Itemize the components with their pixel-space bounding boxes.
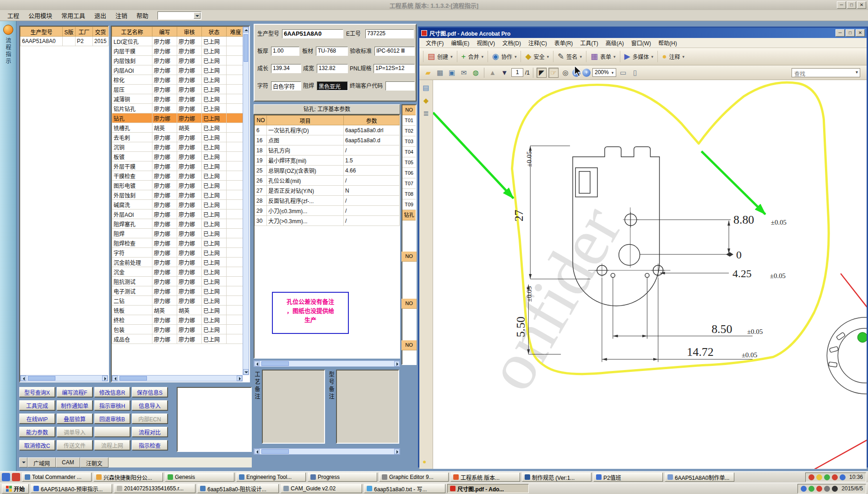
column-header[interactable]: 工艺名称 — [112, 27, 152, 37]
menu-item[interactable]: 窗口(W) — [628, 38, 655, 48]
scroll-right-icon[interactable] — [102, 376, 108, 381]
action-button[interactable] — [94, 427, 130, 437]
bottom-tab[interactable]: CAM — [56, 457, 80, 467]
column-header[interactable]: 编写 — [152, 27, 177, 37]
toolbar-button[interactable]: ▦ 表单 — [586, 51, 620, 62]
menu-item[interactable]: 文档(D) — [499, 38, 525, 48]
menu-combobox[interactable] — [157, 11, 201, 20]
action-button[interactable]: 信息导入 — [132, 400, 168, 410]
previous-page-icon[interactable]: ▲ — [488, 68, 498, 78]
process-row[interactable]: 阻焊检查廖力娜廖力娜已上网 — [112, 238, 245, 248]
pnl-field[interactable]: 1P=12S=12 — [374, 64, 415, 73]
pages-panel-icon[interactable]: ▤ — [423, 84, 429, 92]
scroll-left-icon[interactable] — [254, 449, 260, 454]
column-header[interactable]: 审核 — [177, 27, 202, 37]
toolbar-button[interactable]: ✎ 签名 — [553, 51, 586, 62]
taskbar-button[interactable]: 工程系统 版本... — [450, 473, 520, 482]
tray-icon[interactable] — [824, 474, 830, 480]
email-icon[interactable]: ✉ — [459, 68, 469, 78]
horizontal-scrollbar[interactable] — [254, 360, 400, 367]
client-code-field[interactable] — [385, 81, 415, 91]
quick-launch-icon[interactable] — [2, 473, 10, 481]
process-row[interactable]: 外层干膜廖力娜廖力娜已上网 — [112, 161, 245, 171]
open-file-icon[interactable]: ▰ — [423, 68, 433, 78]
column-header[interactable]: S版 — [63, 27, 76, 37]
action-button[interactable]: 内部ECN — [132, 413, 168, 424]
taskbar-button[interactable]: 制作规范 (Ver:1... — [522, 473, 591, 482]
save-icon[interactable]: ▣ — [447, 68, 457, 78]
toolbar-button[interactable]: + 合并 — [457, 51, 488, 62]
process-row[interactable]: 碱腐洗廖力娜廖力娜已上网 — [112, 200, 245, 209]
taskbar-button[interactable]: 20140725133541655.r... — [114, 484, 195, 493]
process-row[interactable]: 字符廖力娜廖力娜已上网 — [112, 248, 245, 258]
scroll-left-icon[interactable] — [254, 361, 260, 366]
action-button[interactable]: 调单导入 — [57, 427, 92, 437]
print-icon[interactable]: ▦ — [435, 68, 445, 78]
action-button[interactable]: 编写流程F — [57, 387, 92, 397]
process-row[interactable]: 成品仓廖力娜廖力娜已上网 — [112, 334, 245, 344]
menu-item[interactable]: 常用工具 — [57, 10, 90, 21]
close-icon[interactable]: ✕ — [856, 29, 865, 37]
tray-icon[interactable] — [816, 474, 822, 480]
action-button[interactable]: 型号查询X — [19, 387, 55, 397]
process-row[interactable]: 沉金廖力娜廖力娜已上网 — [112, 267, 245, 277]
process-row[interactable]: 阻焊塞孔廖力娜廖力娜已上网 — [112, 219, 245, 229]
toolbar-button[interactable]: ◉ 协作 — [488, 51, 521, 62]
process-row[interactable]: 终检廖力娜廖力娜已上网 — [112, 315, 245, 325]
tool-cell[interactable]: T01 — [402, 115, 416, 126]
horizontal-scrollbar[interactable] — [254, 448, 400, 455]
chevron-down-icon[interactable] — [194, 12, 201, 19]
process-row[interactable]: 内层AOI廖力娜廖力娜已上网 — [112, 65, 245, 75]
acrobat-titlebar[interactable]: 尺寸图.pdf - Adobe Acrobat Pro ─ □ ✕ — [419, 28, 867, 38]
column-header[interactable]: 生产型号 — [21, 27, 63, 37]
process-row[interactable]: 内层蚀刻廖力娜廖力娜已上网 — [112, 56, 245, 65]
menu-item[interactable]: 退出 — [90, 10, 111, 21]
process-row[interactable]: 阻抗测试廖力娜廖力娜已上网 — [112, 277, 245, 286]
fit-width-icon[interactable]: ▭ — [618, 68, 628, 78]
param-row[interactable]: 29小刀(≤0.3mm).../ — [255, 206, 400, 216]
model-remark-area[interactable] — [336, 370, 399, 444]
taskbar-button[interactable]: 6AAP51A8A0-预审指示... — [31, 484, 112, 493]
material-field[interactable]: TU-768 — [316, 47, 348, 56]
menu-item[interactable]: 工具(T) — [576, 38, 602, 48]
scroll-up-icon[interactable] — [243, 27, 249, 32]
scroll-right-icon[interactable] — [237, 376, 242, 381]
thickness-field[interactable]: 1.00 — [271, 47, 299, 56]
scroll-thumb[interactable] — [244, 34, 248, 62]
action-button[interactable]: 保存信息S — [132, 387, 168, 397]
menu-item[interactable]: 文件(F) — [422, 38, 447, 48]
process-row[interactable]: 阻焊廖力娜廖力娜已上网 — [112, 229, 245, 238]
tool-cell[interactable]: T02 — [402, 126, 416, 136]
process-row[interactable]: 包装廖力娜廖力娜已上网 — [112, 325, 245, 334]
param-row[interactable]: 26孔位公差(mil)/ — [255, 176, 400, 186]
param-row[interactable]: 16点图6aap51a8a0.d — [255, 135, 400, 145]
action-button[interactable]: 流程对比 — [132, 427, 168, 437]
tray-icon[interactable] — [808, 474, 814, 480]
menu-item[interactable]: 帮助(H) — [655, 38, 681, 48]
product-row[interactable]: 6AAP51A8A0P22015 — [21, 37, 108, 46]
menu-item[interactable]: 视图(V) — [473, 38, 499, 48]
scroll-left-icon[interactable] — [112, 376, 118, 381]
upload-icon[interactable]: ◍ — [471, 68, 481, 78]
scroll-down-icon[interactable] — [243, 369, 249, 375]
taskbar-button[interactable]: 6aap51a8a0.txt - 写... — [364, 484, 445, 493]
tool-cell[interactable]: 钻孔 — [402, 210, 416, 220]
process-row[interactable]: 图形电镀廖力娜廖力娜已上网 — [112, 181, 245, 190]
horizontal-scrollbar[interactable] — [112, 375, 243, 381]
param-row[interactable]: 28反面钻孔程序(zf-.../ — [255, 196, 400, 206]
column-header[interactable]: 难度 — [227, 27, 245, 37]
process-row[interactable]: 去毛刺廖力娜廖力娜已上网 — [112, 133, 245, 142]
param-row[interactable]: 27是否正反对钻(Y/N)N — [255, 186, 400, 196]
close-icon[interactable]: ✕ — [857, 1, 866, 9]
action-button[interactable]: 传送文件 — [57, 440, 92, 450]
tool-cell[interactable]: T04 — [402, 147, 416, 157]
soldermask-field[interactable]: 黑色亚光 — [317, 81, 348, 91]
taskbar-button[interactable]: Genesis — [165, 473, 234, 482]
process-row[interactable]: 外层AOI廖力娜廖力娜已上网 — [112, 209, 245, 219]
taskbar-button[interactable]: 兴森快捷衡阳分公... — [93, 473, 163, 482]
action-button[interactable]: 流程上网 — [94, 440, 130, 450]
column-header[interactable]: 状态 — [202, 27, 227, 37]
quick-launch-icon[interactable] — [12, 473, 20, 481]
process-row[interactable]: 二钻廖力娜廖力娜已上网 — [112, 296, 245, 306]
scroll-left-icon[interactable] — [21, 376, 26, 381]
